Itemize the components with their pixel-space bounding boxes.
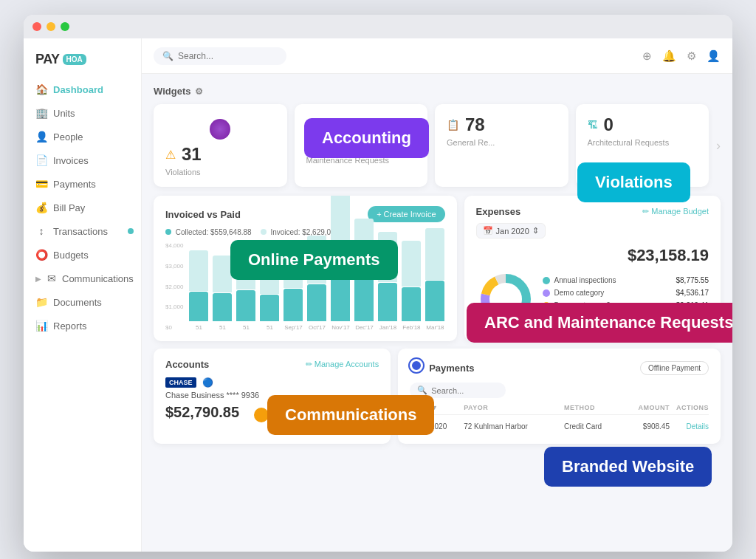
payments-icon: 💳 <box>35 178 47 190</box>
bar-label: Oct'17 <box>309 324 326 331</box>
stat-card-general: 📋 78 General Re... <box>435 104 568 187</box>
minimize-button[interactable] <box>47 22 55 31</box>
arc-label: ARC and Maintenance Requests <box>467 303 732 343</box>
payments-title: Payments <box>429 363 474 374</box>
bar-label: Mar'18 <box>426 324 444 331</box>
units-icon: 🏢 <box>35 107 47 119</box>
bar-group: 51 <box>213 256 232 331</box>
offline-payment-button[interactable]: Offline Payment <box>640 361 709 375</box>
user-icon[interactable]: 👤 <box>707 49 721 63</box>
architectural-label: Architectural Requests <box>588 138 698 147</box>
violations-count: 31 <box>182 144 202 165</box>
invoices-icon: 📄 <box>35 154 47 166</box>
sidebar-item-units[interactable]: 🏢 Units <box>24 101 141 125</box>
violations-stat: ⚠ 31 <box>165 144 275 165</box>
sidebar-item-label: Budgets <box>53 250 89 261</box>
general-count: 78 <box>465 114 485 135</box>
col-payor-header: PAYOR <box>464 404 558 411</box>
arch-icon: 🏗 <box>588 119 598 131</box>
violations-label: Violations <box>165 168 275 176</box>
sidebar-item-label: Bill Pay <box>53 202 85 213</box>
accounts-header: Accounts ✏ Manage Accounts <box>165 359 379 370</box>
sidebar-item-label: Communications <box>62 273 134 284</box>
manage-budget-button[interactable]: ✏ Manage Budget <box>642 207 709 216</box>
reports-icon: 📊 <box>35 320 47 332</box>
bar-teal <box>378 283 397 321</box>
payments-search-input[interactable] <box>431 386 498 395</box>
main-content: 🔍 ⊕ 🔔 ⚙ 👤 Widgets ⚙ <box>142 38 732 552</box>
sidebar-item-dashboard[interactable]: 🏠 Dashboard <box>24 78 141 101</box>
topbar: 🔍 ⊕ 🔔 ⚙ 👤 <box>142 38 732 74</box>
bell-icon[interactable]: 🔔 <box>662 49 676 63</box>
transactions-badge <box>128 228 134 234</box>
expenses-header: Expenses ✏ Manage Budget <box>476 206 709 217</box>
content-area: Widgets ⚙ ⚠ 31 Violations <box>142 74 732 552</box>
cards-next-arrow[interactable]: › <box>716 104 721 187</box>
search-icon: 🔍 <box>417 385 427 395</box>
expense-amount: $4,536.17 <box>676 289 709 297</box>
y-label: $2,000 <box>165 284 183 290</box>
manage-accounts-button[interactable]: ✏ Manage Accounts <box>306 360 379 369</box>
bar-teal <box>307 284 326 321</box>
sidebar: PAY HOA 🏠 Dashboard 🏢 Units 👤 People 📄 <box>24 38 142 552</box>
expense-item: Annual inspections $8,775.55 <box>543 274 709 287</box>
sidebar-item-label: Units <box>53 108 75 119</box>
chart-title: Invoiced vs Paid <box>165 209 241 220</box>
bar-teal <box>213 293 232 321</box>
bar-light <box>213 256 232 292</box>
communications-icon: ✉ <box>47 272 56 284</box>
sidebar-item-reports[interactable]: 📊 Reports <box>24 314 141 337</box>
col-actions-header: ACTIONS <box>676 404 709 411</box>
sidebar-item-communications[interactable]: ▶ ✉ Communications <box>24 267 141 290</box>
general-stat: 📋 78 <box>447 114 557 135</box>
search-input[interactable] <box>178 51 278 61</box>
bar-light <box>402 241 421 287</box>
bar-teal <box>236 290 255 321</box>
chart-yaxis: $4,000 $3,000 $2,000 $1,000 $0 <box>165 242 183 331</box>
sidebar-item-documents[interactable]: 📁 Documents <box>24 290 141 314</box>
sidebar-nav: 🏠 Dashboard 🏢 Units 👤 People 📄 Invoices … <box>24 78 141 552</box>
date-selector[interactable]: 📅 Jan 2020 ⇕ <box>476 223 546 239</box>
sidebar-item-invoices[interactable]: 📄 Invoices <box>24 148 141 172</box>
bottom-row: Accounts ✏ Manage Accounts CHASE 🔵 Chase… <box>154 349 721 444</box>
payment-amount: $908.45 <box>622 422 670 431</box>
people-icon: 👤 <box>35 131 47 143</box>
sidebar-item-people[interactable]: 👤 People <box>24 125 141 148</box>
sidebar-item-label: Documents <box>53 297 102 308</box>
expense-item: Demo category $4,536.17 <box>543 287 709 299</box>
stat-card-violations: ⚠ 31 Violations <box>154 104 287 187</box>
chevron-icon: ⇕ <box>532 226 539 236</box>
search-box[interactable]: 🔍 <box>154 47 286 65</box>
widgets-gear-icon[interactable]: ⚙ <box>195 86 203 97</box>
chase-row: CHASE 🔵 <box>165 377 379 388</box>
payment-details-link[interactable]: Details <box>676 422 709 431</box>
create-invoice-button[interactable]: + Create Invoice <box>368 206 444 222</box>
bar-teal <box>354 277 374 321</box>
sidebar-item-label: People <box>53 131 83 143</box>
close-button[interactable] <box>32 22 41 31</box>
invoiced-dot <box>261 229 267 235</box>
payment-payor: 72 Kuhlman Harbor <box>464 422 558 431</box>
payments-header: Payments Offline Payment <box>410 359 709 377</box>
sidebar-item-billpay[interactable]: 💰 Bill Pay <box>24 196 141 219</box>
expense-color-dot <box>543 289 550 297</box>
bar-teal <box>425 281 444 321</box>
chase-logo: CHASE <box>165 377 196 388</box>
logo-pay: PAY <box>35 52 60 67</box>
search-icon: 🔍 <box>162 51 173 61</box>
display-icon[interactable]: ⊕ <box>642 49 652 63</box>
payment-method: Credit Card <box>564 422 616 431</box>
maximize-button[interactable] <box>61 22 69 31</box>
violations-label: Violations <box>577 162 690 202</box>
documents-icon: 📁 <box>35 296 47 308</box>
settings-icon[interactable]: ⚙ <box>687 49 696 63</box>
branded-label: Branded Website <box>544 447 712 487</box>
transactions-icon: ↕ <box>35 225 47 237</box>
sidebar-item-transactions[interactable]: ↕ Transactions <box>24 219 141 243</box>
home-icon: 🏠 <box>35 83 47 95</box>
blue-dot <box>410 359 423 372</box>
bar-label: Sep'17 <box>284 324 303 331</box>
widgets-header: Widgets ⚙ <box>154 86 721 97</box>
sidebar-item-budgets[interactable]: ⭕ Budgets <box>24 243 141 267</box>
sidebar-item-payments[interactable]: 💳 Payments <box>24 172 141 196</box>
